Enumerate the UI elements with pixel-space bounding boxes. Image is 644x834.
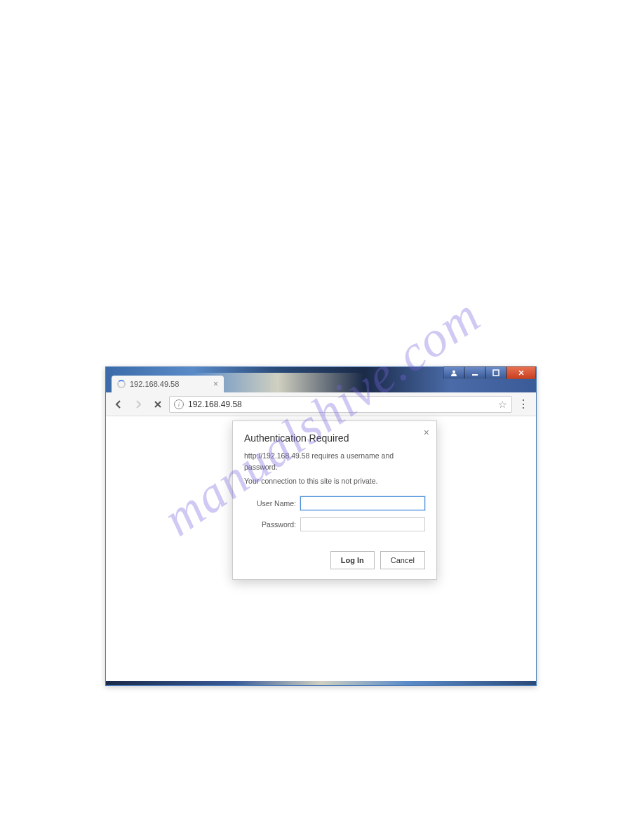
- username-label: User Name:: [244, 499, 296, 508]
- user-icon: [450, 369, 457, 376]
- auth-form: User Name: Password:: [244, 496, 425, 531]
- minimize-button[interactable]: [464, 366, 485, 379]
- svg-rect-2: [493, 370, 499, 376]
- back-button[interactable]: [110, 396, 127, 413]
- svg-point-0: [452, 371, 455, 373]
- dialog-buttons: Log In Cancel: [244, 551, 425, 569]
- address-bar[interactable]: i 192.168.49.58 ☆: [169, 396, 512, 413]
- forward-button[interactable]: [130, 396, 147, 413]
- password-label: Password:: [244, 520, 296, 529]
- stop-button[interactable]: [149, 396, 166, 413]
- bookmark-star-icon[interactable]: ☆: [498, 399, 507, 410]
- url-text: 192.168.49.58: [188, 399, 242, 409]
- username-input[interactable]: [300, 496, 425, 510]
- svg-rect-1: [472, 374, 478, 376]
- dialog-close-button[interactable]: ×: [424, 427, 429, 438]
- tab-title: 192.168.49.58: [130, 380, 179, 388]
- window-frame-bottom: [106, 681, 536, 685]
- minimize-icon: [471, 369, 478, 376]
- close-icon: [518, 369, 525, 376]
- window-frame-top: [106, 367, 536, 373]
- maximize-icon: [492, 369, 499, 376]
- cancel-button[interactable]: Cancel: [380, 551, 425, 569]
- window-controls: [443, 366, 536, 379]
- menu-button[interactable]: ⋮: [515, 396, 532, 413]
- dialog-message-2: Your connection to this site is not priv…: [244, 476, 425, 487]
- profile-button[interactable]: [443, 366, 464, 379]
- arrow-left-icon: [114, 399, 123, 409]
- password-row: Password:: [244, 517, 425, 531]
- nav-bar: i 192.168.49.58 ☆ ⋮: [106, 392, 536, 416]
- info-icon[interactable]: i: [174, 399, 184, 409]
- username-row: User Name:: [244, 496, 425, 510]
- x-icon: [153, 399, 163, 409]
- dialog-message-1: http://192.168.49.58 requires a username…: [244, 451, 425, 473]
- tab-close-button[interactable]: ×: [213, 379, 218, 389]
- arrow-right-icon: [133, 399, 143, 409]
- auth-dialog: × Authentication Required http://192.168…: [232, 421, 437, 580]
- browser-tab[interactable]: 192.168.49.58 ×: [112, 376, 224, 392]
- kebab-icon: ⋮: [518, 397, 529, 411]
- page-content: × Authentication Required http://192.168…: [106, 416, 536, 685]
- dialog-title: Authentication Required: [244, 432, 425, 444]
- password-input[interactable]: [300, 517, 425, 531]
- login-button[interactable]: Log In: [330, 551, 375, 569]
- close-window-button[interactable]: [507, 366, 536, 379]
- loading-spinner-icon: [117, 380, 126, 388]
- browser-window: 192.168.49.58 × i 192.168.49.58 ☆ ⋮ × Au…: [105, 366, 537, 686]
- maximize-button[interactable]: [485, 366, 507, 379]
